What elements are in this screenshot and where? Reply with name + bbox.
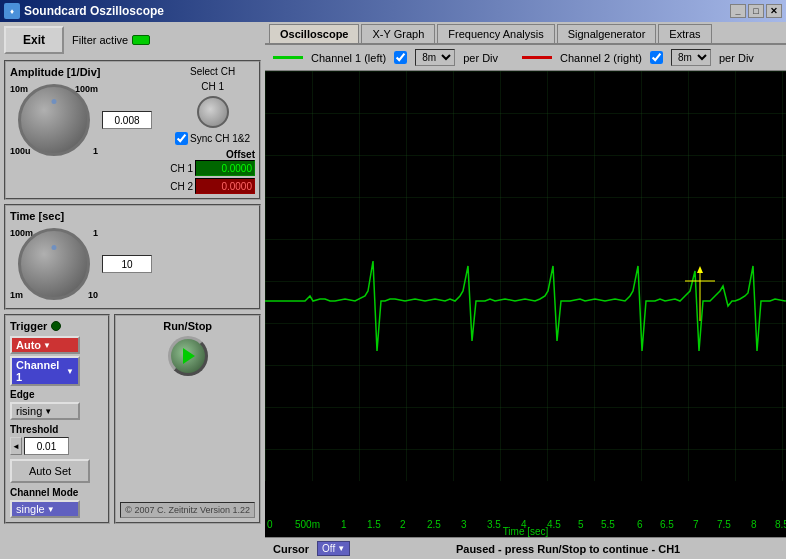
amp-label-bottomleft: 100u (10, 146, 31, 156)
left-panel: Exit Filter active Amplitude [1/Div] 10m… (0, 22, 265, 559)
channel-mode-section: Channel Mode single ▼ (10, 487, 104, 518)
ch1-per-div-label: per Div (463, 52, 498, 64)
ch1-checkbox[interactable] (394, 51, 407, 64)
trigger-header: Trigger (10, 320, 104, 332)
tab-signal-generator[interactable]: Signalgenerator (557, 24, 657, 43)
ch1-per-div-select[interactable]: 8m (415, 49, 455, 66)
run-stop-panel: Run/Stop © 2007 C. Zeitnitz Version 1.22 (114, 314, 261, 524)
x-label-2: 2 (400, 519, 406, 530)
ch1-line (273, 56, 303, 59)
time-knob[interactable] (18, 228, 90, 300)
status-text: Paused - press Run/Stop to continue - CH… (358, 543, 778, 555)
trigger-led (51, 321, 61, 331)
filter-label: Filter active (72, 34, 128, 46)
ch1-label: CH 1 (201, 81, 224, 92)
filter-led (132, 35, 150, 45)
time-axis-label: Time [sec] (503, 526, 549, 537)
tab-oscilloscope[interactable]: Oscilloscope (269, 24, 359, 43)
trigger-panel: Trigger Auto ▼ Channel 1 ▼ Edge rising (4, 314, 110, 524)
close-button[interactable]: ✕ (766, 4, 782, 18)
tabs-bar: Oscilloscope X-Y Graph Frequency Analysi… (265, 22, 786, 45)
run-stop-title: Run/Stop (163, 320, 212, 332)
threshold-label: Threshold (10, 424, 104, 435)
amplitude-value-display: 0.008 (102, 111, 152, 129)
offset-section: Offset CH 1 CH 2 (170, 149, 255, 194)
x-label-6: 6 (637, 519, 643, 530)
x-label-7: 7 (693, 519, 699, 530)
threshold-spin-down[interactable]: ◄ (10, 437, 22, 455)
filter-active-row: Filter active (72, 34, 150, 46)
x-label-8: 8 (751, 519, 757, 530)
amplitude-panel: Amplitude [1/Div] 10m 100m 100u 1 (4, 60, 261, 200)
window-title: Soundcard Oszilloscope (24, 4, 164, 18)
ch2-line (522, 56, 552, 59)
window-icon: ♦ (4, 3, 20, 19)
time-label-topright: 1 (93, 228, 98, 238)
ch1-offset-input[interactable] (195, 160, 255, 176)
sync-checkbox-row[interactable]: Sync CH 1&2 (175, 132, 250, 145)
x-label-5.5: 5.5 (601, 519, 615, 530)
minimize-button[interactable]: _ (730, 4, 746, 18)
time-value: 10 (102, 255, 152, 273)
trigger-channel-arrow: ▼ (66, 367, 74, 376)
channel-dropdown[interactable]: Channel 1 ▼ (10, 356, 80, 386)
edge-label: Edge (10, 389, 104, 400)
amplitude-title: Amplitude [1/Div] (10, 66, 152, 78)
auto-dropdown[interactable]: Auto ▼ (10, 336, 80, 354)
ch1-offset-label: CH 1 (170, 163, 193, 174)
trigger-edge-value: rising (16, 405, 42, 417)
select-ch-label: Select CH (190, 66, 235, 77)
channel-controls: Channel 1 (left) 8m per Div Channel 2 (r… (265, 45, 786, 71)
play-icon (183, 348, 195, 364)
x-label-1: 1 (341, 519, 347, 530)
sync-label: Sync CH 1&2 (190, 133, 250, 144)
time-label-bottomleft: 1m (10, 290, 23, 300)
channel-mode-dropdown[interactable]: single ▼ (10, 500, 80, 518)
svg-rect-1 (265, 71, 786, 537)
tab-xy-graph[interactable]: X-Y Graph (361, 24, 435, 43)
ch2-offset-input[interactable] (195, 178, 255, 194)
tab-extras[interactable]: Extras (658, 24, 711, 43)
edge-dropdown[interactable]: rising ▼ (10, 402, 80, 420)
amp-label-topleft: 10m (10, 84, 28, 94)
tab-frequency-analysis[interactable]: Frequency Analysis (437, 24, 554, 43)
trigger-mode-arrow: ▼ (43, 341, 51, 350)
channel-mode-value: single (16, 503, 45, 515)
x-label-7.5: 7.5 (717, 519, 731, 530)
offset-label: Offset (170, 149, 255, 160)
exit-button[interactable]: Exit (4, 26, 64, 54)
x-label-4.5: 4.5 (547, 519, 561, 530)
ch2-label: Channel 2 (right) (560, 52, 642, 64)
ch2-per-div-label: per Div (719, 52, 754, 64)
top-controls: Exit Filter active (4, 26, 261, 54)
ch1-knob[interactable] (197, 96, 229, 128)
ch2-offset-label: CH 2 (170, 181, 193, 192)
x-label-8.5: 8.5 (775, 519, 786, 530)
trigger-channel-label: Channel 1 (16, 359, 64, 383)
run-stop-button[interactable] (168, 336, 208, 376)
ch1-label: Channel 1 (left) (311, 52, 386, 64)
cursor-arrow: ▼ (337, 544, 345, 553)
time-label-bottomright: 10 (88, 290, 98, 300)
ch2-checkbox[interactable] (650, 51, 663, 64)
maximize-button[interactable]: □ (748, 4, 764, 18)
copyright: © 2007 C. Zeitnitz Version 1.22 (120, 502, 255, 518)
ch2-per-div-select[interactable]: 8m (671, 49, 711, 66)
cursor-value: Off (322, 543, 335, 554)
x-label-5: 5 (578, 519, 584, 530)
amplitude-knob[interactable] (18, 84, 90, 156)
x-label-500m: 500m (295, 519, 320, 530)
threshold-input[interactable] (24, 437, 69, 455)
cursor-label: Cursor (273, 543, 309, 555)
auto-set-button[interactable]: Auto Set (10, 459, 90, 483)
trigger-edge-arrow: ▼ (44, 407, 52, 416)
channel-mode-arrow: ▼ (47, 505, 55, 514)
x-label-3.5: 3.5 (487, 519, 501, 530)
cursor-dropdown[interactable]: Off ▼ (317, 541, 350, 556)
title-bar: ♦ Soundcard Oszilloscope _ □ ✕ (0, 0, 786, 22)
x-label-0: 0 (267, 519, 273, 530)
x-label-6.5: 6.5 (660, 519, 674, 530)
channel-mode-label: Channel Mode (10, 487, 104, 498)
sync-checkbox[interactable] (175, 132, 188, 145)
time-panel: Time [sec] 100m 1 1m 10 10 (4, 204, 261, 310)
